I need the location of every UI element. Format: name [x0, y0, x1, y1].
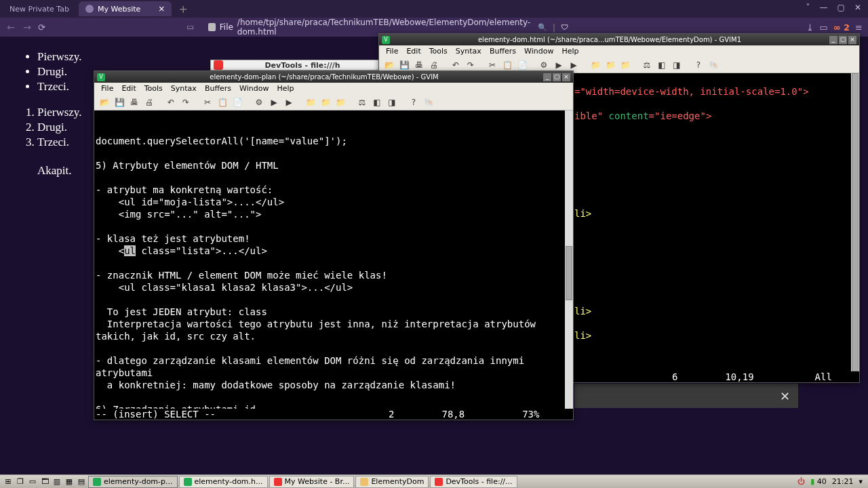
toolbar-button[interactable]: 📂 [383, 59, 395, 71]
minimize-icon[interactable]: _ [543, 73, 551, 81]
taskbar-item[interactable]: elementy-dom-p... [88, 476, 178, 488]
close-icon[interactable]: × [848, 36, 856, 44]
brave-shield-icon[interactable]: 🛡 [561, 23, 568, 32]
toolbar-button[interactable]: ↶ [450, 59, 462, 71]
forward-button[interactable]: → [22, 22, 33, 33]
toolbar-button[interactable]: ▶ [568, 59, 580, 71]
toolbar-button[interactable]: 📁 [619, 59, 631, 71]
toolbar-button[interactable]: ⚙ [253, 96, 265, 108]
toolbar-button[interactable]: ↷ [465, 59, 477, 71]
toolbar-button[interactable]: ✂ [201, 96, 214, 108]
menu-edit[interactable]: Edit [117, 84, 140, 93]
toolbar-button[interactable]: 📂 [98, 96, 111, 108]
toolbar-button[interactable]: 🖶 [413, 59, 425, 71]
toolbar-button[interactable]: 📁 [304, 96, 317, 108]
menu-syntax[interactable]: Syntax [167, 84, 201, 93]
scrollbar[interactable] [565, 110, 573, 409]
menu-syntax[interactable]: Syntax [452, 47, 486, 56]
tab-new-private[interactable]: New Private Tab [3, 1, 76, 16]
launcher-icon[interactable]: 🗔 [39, 476, 50, 487]
launcher-icon[interactable]: ▥ [52, 476, 62, 487]
battery-icon[interactable]: ▮ 40 [810, 477, 827, 486]
toolbar-button[interactable]: ◨ [386, 96, 398, 108]
download-icon[interactable]: ⤓ [806, 22, 814, 33]
menu-tools[interactable]: Tools [140, 84, 167, 93]
toolbar-button[interactable]: ↶ [165, 96, 177, 108]
devtools-titlebar[interactable]: DevTools - file:///h [210, 60, 380, 70]
toolbar-button[interactable]: 📄 [231, 96, 243, 108]
scrollbar-thumb[interactable] [852, 73, 859, 371]
taskbar-item[interactable]: DevTools - file://... [430, 476, 517, 488]
taskbar-item[interactable]: My Website - Br... [269, 476, 355, 488]
toolbar-button[interactable]: ▶ [553, 59, 565, 71]
toolbar-button[interactable]: 💾 [113, 96, 125, 108]
toolbar-button[interactable]: 📋 [216, 96, 229, 108]
taskbar-item[interactable]: ElementyDom [355, 476, 429, 488]
launcher-icon[interactable]: ▭ [27, 476, 38, 487]
toolbar-button[interactable]: 🖨 [428, 59, 440, 71]
editor-area[interactable]: document.querySelectorAll('[name="value"… [94, 110, 573, 409]
close-icon[interactable]: ✕ [780, 389, 790, 403]
menu-window[interactable]: Window [520, 47, 557, 56]
toolbar-button[interactable]: 🖨 [143, 96, 155, 108]
toolbar-button[interactable]: 🐚 [707, 59, 719, 71]
menu-buffers[interactable]: Buffers [486, 47, 520, 56]
menu-help[interactable]: Help [273, 84, 298, 93]
toolbar-button[interactable]: ◧ [371, 96, 383, 108]
gvim-titlebar[interactable]: V elementy-dom-plan (~/share/praca/Techn… [94, 71, 573, 83]
toolbar-button[interactable]: 🐚 [422, 96, 435, 108]
close-tab-icon[interactable]: × [158, 4, 165, 14]
toolbar-button[interactable]: 📋 [501, 59, 513, 71]
toolbar-button[interactable]: ◧ [656, 59, 668, 71]
maximize-icon[interactable]: ▢ [839, 36, 847, 44]
toolbar-button[interactable]: ⚖ [356, 96, 368, 108]
toolbar-button[interactable]: ▶ [268, 96, 280, 108]
reload-button[interactable]: ⟳ [38, 22, 45, 33]
menu-icon[interactable]: ≡ [855, 22, 863, 33]
tray-icon[interactable]: ⏻ [797, 477, 805, 486]
scrollbar-thumb[interactable] [566, 246, 572, 300]
toolbar-button[interactable]: 💾 [398, 59, 410, 71]
launcher-icon[interactable]: ▤ [76, 476, 87, 487]
new-tab-button[interactable]: + [174, 3, 191, 16]
clock[interactable]: 21:21 [832, 477, 854, 486]
toolbar-button[interactable]: ◨ [671, 59, 683, 71]
gvim-titlebar[interactable]: V elementy-dom.html (~/share/praca...umT… [379, 34, 859, 45]
toolbar-button[interactable]: 📁 [589, 59, 601, 71]
toolbar-button[interactable]: 📁 [319, 96, 332, 108]
menu-tools[interactable]: Tools [425, 47, 452, 56]
tray-icon[interactable]: ▾ [859, 477, 863, 486]
menu-window[interactable]: Window [235, 84, 273, 93]
menu-buffers[interactable]: Buffers [201, 84, 235, 93]
scrollbar[interactable] [851, 73, 859, 371]
launcher-icon[interactable]: ❐ [15, 476, 26, 487]
launcher-icon[interactable]: ⊞ [3, 476, 14, 487]
toolbar-button[interactable]: ↷ [180, 96, 192, 108]
toolbar-button[interactable]: ✂ [486, 59, 498, 71]
toolbar-button[interactable]: ⚖ [641, 59, 653, 71]
chevron-down-icon[interactable]: ˅ [806, 3, 810, 12]
search-icon[interactable]: 🔍 [538, 23, 547, 32]
toolbar-button[interactable]: 📁 [604, 59, 616, 71]
minimize-icon[interactable]: _ [829, 36, 837, 44]
menu-help[interactable]: Help [557, 47, 583, 56]
close-icon[interactable]: × [562, 73, 570, 81]
toolbar-button[interactable]: 📁 [334, 96, 347, 108]
reader-icon[interactable]: ▭ [186, 22, 194, 32]
toolbar-button[interactable]: ⚙ [538, 59, 550, 71]
menu-edit[interactable]: Edit [402, 47, 425, 56]
toolbar-button[interactable]: 📄 [516, 59, 528, 71]
toolbar-button[interactable]: 🖶 [128, 96, 140, 108]
close-icon[interactable]: ✕ [854, 3, 861, 12]
maximize-icon[interactable]: ▢ [553, 73, 561, 81]
back-button[interactable]: ← [5, 22, 16, 33]
toolbar-button[interactable]: ? [692, 59, 705, 71]
toolbar-button[interactable]: ▶ [283, 96, 295, 108]
menu-file[interactable]: File [97, 84, 117, 93]
sidebar-icon[interactable]: ▭ [819, 22, 827, 33]
taskbar-item[interactable]: elementy-dom.h... [179, 476, 268, 488]
tab-my-website[interactable]: My Website × [79, 1, 172, 16]
launcher-icon[interactable]: ▦ [64, 476, 75, 487]
maximize-icon[interactable]: ▢ [837, 3, 845, 12]
minimize-icon[interactable]: — [820, 3, 828, 12]
